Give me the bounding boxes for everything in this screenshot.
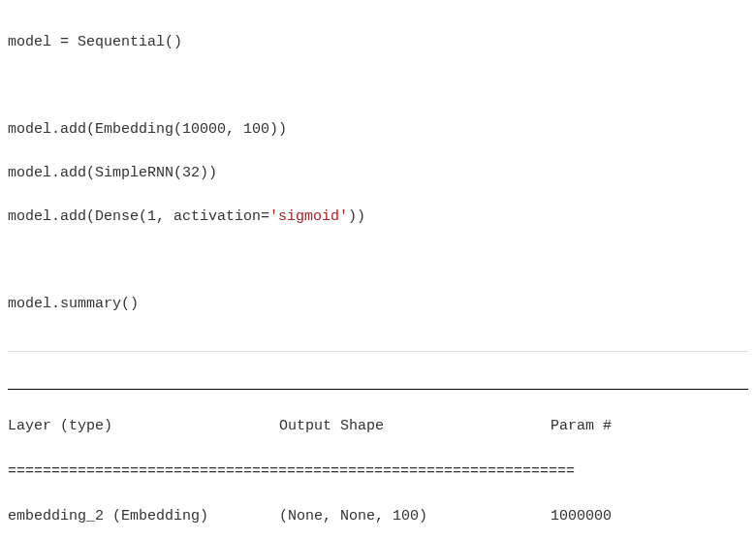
string-literal: 'sigmoid' bbox=[269, 208, 348, 225]
summary-header: Layer (type) Output Shape Param # bbox=[8, 415, 748, 437]
equals-rule: ========================================… bbox=[8, 461, 748, 483]
row-layer: embedding_2 (Embedding) bbox=[8, 505, 279, 527]
output-block: Layer (type) Output Shape Param # ======… bbox=[8, 356, 748, 541]
summary-row: embedding_2 (Embedding) (None, None, 100… bbox=[8, 505, 748, 527]
code-line: model.summary() bbox=[8, 294, 748, 316]
code-line: model.add(Embedding(10000, 100)) bbox=[8, 119, 748, 142]
cell-separator bbox=[8, 351, 748, 352]
code-line: model = Sequential() bbox=[8, 32, 748, 54]
code-line: model.add(SimpleRNN(32)) bbox=[8, 163, 748, 185]
header-shape: Output Shape bbox=[279, 415, 551, 437]
row-params: 1000000 bbox=[551, 505, 744, 527]
underscore-rule bbox=[8, 385, 748, 390]
code-line: model.add(Dense(1, activation='sigmoid')… bbox=[8, 206, 748, 229]
code-block: model = Sequential() model.add(Embedding… bbox=[8, 8, 748, 351]
code-token: model = Sequential() bbox=[8, 34, 182, 50]
header-layer: Layer (type) bbox=[8, 415, 279, 437]
code-blank bbox=[8, 250, 748, 272]
code-blank bbox=[8, 76, 748, 98]
row-shape: (None, None, 100) bbox=[279, 505, 551, 527]
header-params: Param # bbox=[551, 415, 744, 437]
